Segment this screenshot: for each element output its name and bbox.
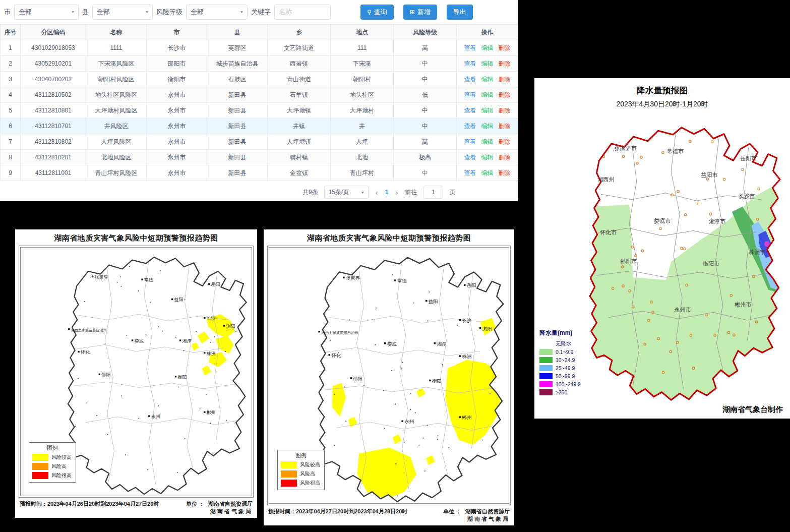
town-marker bbox=[474, 265, 475, 266]
legend-label: 100~249.9 bbox=[556, 381, 581, 387]
map-city-label: 衡阳 bbox=[177, 375, 187, 380]
current-page[interactable]: 1 bbox=[385, 189, 389, 196]
delete-link[interactable]: 删除 bbox=[499, 44, 511, 51]
edit-link[interactable]: 编辑 bbox=[481, 107, 494, 114]
trend-map-title: 湖南省地质灾害气象风险中短期预警预报趋势图 bbox=[19, 233, 254, 243]
view-link[interactable]: 查看 bbox=[464, 169, 476, 176]
legend-swatch bbox=[281, 470, 297, 478]
cell-place: 下宋溪 bbox=[331, 56, 394, 72]
delete-link[interactable]: 删除 bbox=[499, 169, 511, 176]
risk-level-select[interactable]: 全部 ▾ bbox=[186, 5, 248, 20]
next-page-button[interactable]: › bbox=[394, 188, 399, 197]
cell-city: 邵阳市 bbox=[147, 56, 207, 72]
cell-city: 永州市 bbox=[147, 165, 207, 181]
page-size-select[interactable]: 15条/页 ▾ bbox=[324, 186, 369, 199]
legend-item: 风险高 bbox=[281, 470, 321, 478]
precip-map-title: 降水量预报图 bbox=[534, 85, 790, 96]
view-link[interactable]: 查看 bbox=[464, 91, 476, 98]
map-city-label: 邵阳 bbox=[353, 376, 362, 381]
edit-link[interactable]: 编辑 bbox=[481, 154, 494, 161]
city-marker-dot bbox=[329, 354, 331, 356]
cell-seq: 8 bbox=[1, 150, 21, 165]
city-marker-dot bbox=[99, 374, 100, 375]
legend-item: 风险很高 bbox=[32, 472, 73, 479]
search-button[interactable]: ⚲ 查询 bbox=[360, 5, 394, 20]
view-link[interactable]: 查看 bbox=[464, 60, 476, 67]
delete-link[interactable]: 删除 bbox=[499, 91, 511, 98]
city-marker-dot bbox=[179, 339, 181, 341]
town-marker bbox=[330, 340, 331, 341]
cell-code: 43052910201 bbox=[21, 56, 86, 72]
prev-page-button[interactable]: ‹ bbox=[375, 188, 379, 197]
forecast-time-text: 预报时间：2023年04月27日20时到2023年04月28日20时 bbox=[268, 508, 407, 515]
edit-link[interactable]: 编辑 bbox=[481, 91, 494, 98]
view-link[interactable]: 查看 bbox=[464, 138, 476, 145]
add-button[interactable]: ⊞ 新增 bbox=[403, 5, 437, 20]
town-marker bbox=[138, 418, 139, 419]
county-select[interactable]: 全部 ▾ bbox=[92, 5, 153, 20]
view-link[interactable]: 查看 bbox=[464, 107, 476, 114]
edit-link[interactable]: 编辑 bbox=[481, 123, 494, 130]
map-city-label: 长沙市 bbox=[738, 193, 755, 199]
map-city-label: 娄底 bbox=[387, 341, 397, 346]
delete-link[interactable]: 删除 bbox=[499, 107, 511, 114]
view-link[interactable]: 查看 bbox=[464, 154, 476, 161]
legend-swatch bbox=[539, 381, 553, 387]
town-marker bbox=[334, 445, 335, 446]
delete-link[interactable]: 删除 bbox=[499, 154, 511, 161]
legend-label: 25~49.9 bbox=[556, 365, 575, 371]
edit-link[interactable]: 编辑 bbox=[481, 76, 494, 83]
town-marker bbox=[225, 351, 226, 352]
unit-line: 湖南省自然资源厅 bbox=[465, 508, 510, 515]
town-marker bbox=[96, 415, 97, 416]
keyword-input[interactable] bbox=[274, 5, 331, 20]
town-marker bbox=[428, 320, 429, 321]
town-marker bbox=[470, 487, 471, 488]
town-marker bbox=[457, 325, 458, 326]
delete-link[interactable]: 删除 bbox=[499, 123, 511, 130]
cell-code: 43112810701 bbox=[21, 119, 86, 134]
legend-item: 风险较高 bbox=[281, 461, 321, 468]
edit-link[interactable]: 编辑 bbox=[481, 169, 494, 176]
town-marker bbox=[120, 276, 121, 277]
cell-name: 下宋溪风险区 bbox=[86, 56, 147, 72]
chevron-down-icon: ▾ bbox=[72, 10, 74, 14]
edit-link[interactable]: 编辑 bbox=[481, 44, 494, 51]
delete-link[interactable]: 删除 bbox=[499, 138, 511, 145]
view-link[interactable]: 查看 bbox=[464, 123, 476, 130]
cell-name: 朝阳村风险区 bbox=[86, 72, 147, 87]
town-marker bbox=[424, 470, 426, 471]
legend-item: 25~49.9 bbox=[539, 364, 581, 372]
view-link[interactable]: 查看 bbox=[464, 76, 476, 83]
cell-county: 城步苗族自治县 bbox=[207, 56, 268, 72]
legend-title: 图例 bbox=[32, 444, 73, 452]
plus-square-icon: ⊞ bbox=[410, 9, 415, 15]
map-city-label: 张家界市 bbox=[615, 145, 637, 151]
edit-link[interactable]: 编辑 bbox=[481, 60, 494, 67]
goto-suffix: 页 bbox=[449, 188, 455, 197]
view-link[interactable]: 查看 bbox=[464, 44, 476, 51]
map-city-label: 郴州市 bbox=[735, 302, 751, 308]
map-city-label: 湘潭 bbox=[183, 338, 192, 343]
city-select[interactable]: 全部 ▾ bbox=[14, 5, 79, 20]
delete-link[interactable]: 删除 bbox=[499, 60, 511, 67]
column-header: 名称 bbox=[86, 25, 147, 40]
legend-label: 风险高 bbox=[51, 463, 67, 470]
delete-link[interactable]: 删除 bbox=[499, 76, 511, 83]
edit-link[interactable]: 编辑 bbox=[481, 138, 494, 145]
town-marker bbox=[338, 484, 339, 485]
cell-actions: 查看编辑删除 bbox=[457, 119, 518, 134]
goto-page-input[interactable] bbox=[423, 186, 443, 199]
city-marker-dot bbox=[141, 279, 143, 280]
precip-map-subtitle: 2023年4月30日20时-1月20时 bbox=[534, 100, 790, 109]
town-marker bbox=[196, 331, 197, 332]
legend-item: 无降水 bbox=[539, 340, 581, 348]
export-button[interactable]: 导出 bbox=[447, 5, 473, 20]
town-marker bbox=[402, 362, 403, 363]
town-marker bbox=[242, 402, 243, 403]
cell-town: 青山街道 bbox=[268, 72, 331, 87]
city-marker-dot bbox=[426, 300, 428, 302]
city-marker-dot bbox=[92, 276, 93, 277]
legend-swatch bbox=[539, 389, 553, 395]
town-marker bbox=[175, 337, 176, 338]
